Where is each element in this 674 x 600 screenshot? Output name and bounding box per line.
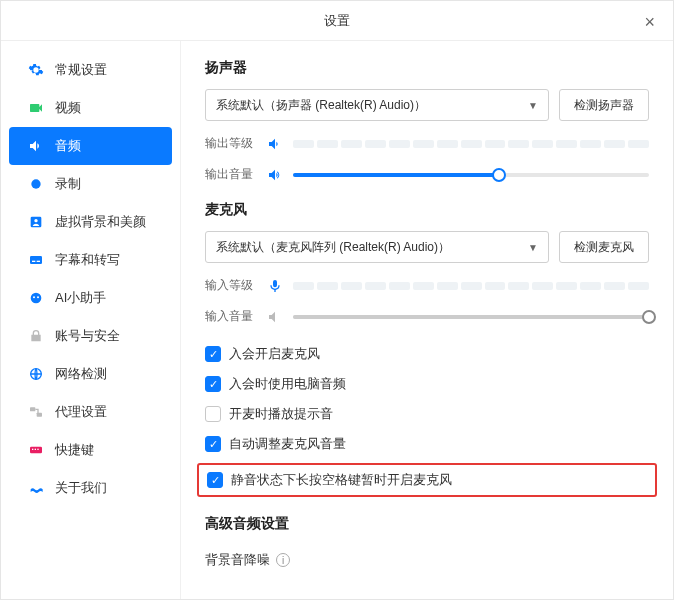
input-level-meter [293,282,649,290]
keyboard-icon [27,441,45,459]
speaker-device-select[interactable]: 系统默认（扬声器 (Realtek(R) Audio)） ▼ [205,89,549,121]
output-level-label: 输出等级 [205,135,257,152]
test-mic-button[interactable]: 检测麦克风 [559,231,649,263]
mic-device-value: 系统默认（麦克风阵列 (Realtek(R) Audio)） [216,239,450,256]
svg-rect-5 [37,261,40,262]
svg-point-8 [37,296,39,298]
sidebar-item-label: 视频 [55,99,81,117]
check-label: 开麦时播放提示音 [229,405,333,423]
titlebar: 设置 × [1,1,673,41]
svg-point-2 [34,219,37,222]
check-label: 自动调整麦克风音量 [229,435,346,453]
svg-point-6 [31,293,42,304]
mic-section-title: 麦克风 [205,201,649,219]
sidebar-item-virtual-bg[interactable]: 虚拟背景和美颜 [9,203,172,241]
svg-rect-3 [30,256,42,264]
sidebar-item-video[interactable]: 视频 [9,89,172,127]
info-icon[interactable]: i [276,553,290,567]
sidebar-item-general[interactable]: 常规设置 [9,51,172,89]
svg-rect-15 [37,449,38,450]
sidebar-item-label: 常规设置 [55,61,107,79]
mic-icon [267,278,283,294]
sidebar-item-label: 虚拟背景和美颜 [55,213,146,231]
sidebar-item-proxy[interactable]: 代理设置 [9,393,172,431]
sidebar-item-shortcut[interactable]: 快捷键 [9,431,172,469]
highlight-box: 静音状态下长按空格键暂时开启麦克风 [197,463,657,497]
volume-muted-icon [267,309,283,325]
sidebar-item-audio[interactable]: 音频 [9,127,172,165]
checkbox-icon[interactable] [207,472,223,488]
svg-rect-13 [32,449,33,450]
globe-icon [27,365,45,383]
sidebar-item-label: 音频 [55,137,81,155]
sidebar-item-label: 网络检测 [55,365,107,383]
sidebar-item-label: 录制 [55,175,81,193]
sidebar-item-record[interactable]: 录制 [9,165,172,203]
input-volume-label: 输入音量 [205,308,257,325]
bg-noise-row: 背景音降噪 i [205,545,649,569]
speaker-icon [27,137,45,155]
portrait-icon [27,213,45,231]
sidebar-item-label: 快捷键 [55,441,94,459]
ai-icon [27,289,45,307]
test-speaker-button[interactable]: 检测扬声器 [559,89,649,121]
sidebar-item-label: 字幕和转写 [55,251,120,269]
chevron-down-icon: ▼ [528,100,538,111]
check-auto-adjust-mic[interactable]: 自动调整麦克风音量 [205,429,649,459]
sidebar-item-subtitle[interactable]: 字幕和转写 [9,241,172,279]
mic-device-select[interactable]: 系统默认（麦克风阵列 (Realtek(R) Audio)） ▼ [205,231,549,263]
sidebar-item-ai[interactable]: AI小助手 [9,279,172,317]
sidebar-item-account[interactable]: 账号与安全 [9,317,172,355]
sidebar-item-label: AI小助手 [55,289,106,307]
check-space-to-unmute[interactable]: 静音状态下长按空格键暂时开启麦克风 [207,471,647,489]
output-volume-label: 输出音量 [205,166,257,183]
check-label: 静音状态下长按空格键暂时开启麦克风 [231,471,452,489]
check-use-computer-audio[interactable]: 入会时使用电脑音频 [205,369,649,399]
volume-icon [267,167,283,183]
check-join-mic-on[interactable]: 入会开启麦克风 [205,339,649,369]
advanced-section-title: 高级音频设置 [205,515,649,533]
sidebar-item-network[interactable]: 网络检测 [9,355,172,393]
chevron-down-icon: ▼ [528,242,538,253]
output-level-meter [293,140,649,148]
proxy-icon [27,403,45,421]
svg-rect-14 [35,449,36,450]
input-level-label: 输入等级 [205,277,257,294]
svg-rect-10 [30,407,35,411]
svg-point-0 [31,179,40,188]
bg-noise-label: 背景音降噪 [205,551,270,569]
svg-rect-4 [32,261,35,262]
sidebar-item-label: 代理设置 [55,403,107,421]
output-volume-slider[interactable] [293,167,649,183]
about-icon [27,479,45,497]
check-play-unmute-sound[interactable]: 开麦时播放提示音 [205,399,649,429]
input-volume-slider[interactable] [293,309,649,325]
check-label: 入会开启麦克风 [229,345,320,363]
checkbox-icon[interactable] [205,406,221,422]
sidebar-item-label: 关于我们 [55,479,107,497]
content: 扬声器 系统默认（扬声器 (Realtek(R) Audio)） ▼ 检测扬声器… [181,41,673,599]
record-icon [27,175,45,193]
subtitle-icon [27,251,45,269]
window-title: 设置 [324,12,350,30]
sidebar-item-about[interactable]: 关于我们 [9,469,172,507]
close-button[interactable]: × [638,11,661,33]
checkbox-icon[interactable] [205,346,221,362]
sidebar-item-label: 账号与安全 [55,327,120,345]
svg-point-7 [33,296,35,298]
speaker-level-icon [267,136,283,152]
video-icon [27,99,45,117]
sidebar: 常规设置 视频 音频 录制 虚拟背景和美颜 字幕和转写 [1,41,181,599]
check-label: 入会时使用电脑音频 [229,375,346,393]
checkbox-icon[interactable] [205,436,221,452]
checkbox-icon[interactable] [205,376,221,392]
gear-icon [27,61,45,79]
speaker-section-title: 扬声器 [205,59,649,77]
lock-icon [27,327,45,345]
speaker-device-value: 系统默认（扬声器 (Realtek(R) Audio)） [216,97,426,114]
